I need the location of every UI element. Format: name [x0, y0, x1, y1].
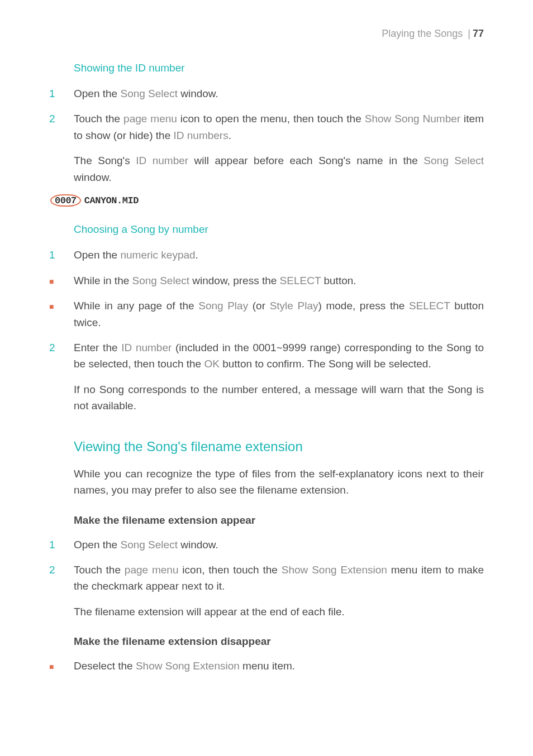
text: window.: [74, 171, 112, 183]
bullet-icon: ■: [49, 272, 74, 289]
text: window.: [178, 539, 218, 551]
term: Show Song Extension: [282, 564, 387, 576]
term: ID number: [121, 342, 172, 353]
text: ) mode, press the: [318, 300, 409, 312]
text: .: [196, 249, 198, 261]
text: button.: [321, 275, 356, 286]
list-number: 1: [49, 537, 74, 553]
list-item: ■ While in the Song Select window, press…: [49, 272, 484, 289]
term: page menu: [125, 564, 179, 576]
list-body: Deselect the Show Song Extension menu it…: [74, 658, 484, 674]
list-body: While in any page of the Song Play (or S…: [74, 298, 484, 331]
list-item: 2 Enter the ID number (included in the 0…: [49, 339, 484, 372]
term: ID numbers: [173, 130, 228, 141]
term: ID number: [136, 155, 188, 166]
text: button to confirm. The Song will be sele…: [220, 358, 431, 370]
text: The Song's: [74, 155, 136, 166]
paragraph: If no Song corresponds to the number ent…: [74, 381, 484, 414]
text: While in any page of the: [74, 300, 198, 312]
text: icon, then touch the: [178, 564, 281, 576]
heading-viewing-extension: Viewing the Song's filename extension: [74, 439, 484, 454]
list-body: Enter the ID number (included in the 000…: [74, 339, 484, 372]
list-item: 1 Open the numeric keypad.: [49, 247, 484, 263]
term: page menu: [123, 113, 177, 125]
text: menu item.: [240, 660, 295, 672]
term: Style Play: [270, 300, 318, 312]
section-name: Playing the Songs: [382, 28, 463, 39]
list-body: While in the Song Select window, press t…: [74, 272, 484, 289]
id-number-pill: 0007: [50, 194, 81, 207]
heading-showing-id: Showing the ID number: [74, 62, 484, 74]
term: Song Play: [198, 300, 248, 312]
heading-choosing-song: Choosing a Song by number: [74, 223, 484, 236]
text: Enter the: [74, 342, 121, 353]
term: Song Select: [132, 275, 189, 286]
term: Song Select: [120, 539, 177, 551]
text: icon to open the menu, then touch the: [177, 113, 365, 125]
paragraph: While you can recognize the type of file…: [74, 466, 484, 499]
term: OK: [204, 358, 219, 370]
song-id-example: 0007 CANYON.MID: [50, 194, 484, 207]
term: Show Song Number: [365, 113, 460, 125]
list-number: 2: [49, 339, 74, 372]
bullet-icon: ■: [49, 298, 74, 331]
list-item: 1 Open the Song Select window.: [49, 537, 484, 553]
list-body: Open the Song Select window.: [74, 85, 484, 102]
example-filename: CANYON.MID: [84, 195, 139, 206]
page-header: Playing the Songs |77: [49, 28, 484, 40]
list-item: ■ While in any page of the Song Play (or…: [49, 298, 484, 331]
sub-heading-appear: Make the filename extension appear: [74, 514, 484, 527]
text: Touch the: [74, 113, 123, 125]
text: While in the: [74, 275, 132, 286]
text: will appear before each Song's name in t…: [188, 155, 423, 166]
term: Song Select: [423, 155, 484, 166]
sub-heading-disappear: Make the filename extension disappear: [74, 635, 484, 648]
list-item: ■ Deselect the Show Song Extension menu …: [49, 658, 484, 674]
term: SELECT: [409, 300, 450, 312]
page-number: 77: [473, 28, 484, 39]
list-item: 2 Touch the page menu icon, then touch t…: [49, 562, 484, 595]
term: Show Song Extension: [136, 660, 240, 672]
header-divider: |: [468, 28, 470, 39]
text: (or: [248, 300, 269, 312]
list-body: Open the Song Select window.: [74, 537, 484, 553]
text: window.: [178, 88, 218, 99]
list-number: 1: [49, 85, 74, 102]
list-item: 1 Open the Song Select window.: [49, 85, 484, 102]
text: Open the: [74, 539, 120, 551]
list-number: 2: [49, 111, 74, 143]
list-body: Touch the page menu icon to open the men…: [74, 111, 484, 143]
text: Deselect the: [74, 660, 136, 672]
list-body: Open the numeric keypad.: [74, 247, 484, 263]
text: window, press the: [189, 275, 280, 286]
text: Open the: [74, 249, 120, 261]
list-number: 1: [49, 247, 74, 263]
list-item: 2 Touch the page menu icon to open the m…: [49, 111, 484, 143]
term: numeric keypad: [120, 249, 195, 261]
text: .: [229, 130, 231, 141]
bullet-icon: ■: [49, 658, 74, 674]
text: Touch the: [74, 564, 125, 576]
paragraph: The Song's ID number will appear before …: [74, 152, 484, 185]
list-body: Touch the page menu icon, then touch the…: [74, 562, 484, 595]
paragraph: The filename extension will appear at th…: [74, 604, 484, 620]
text: Open the: [74, 88, 120, 99]
term: SELECT: [280, 275, 321, 286]
list-number: 2: [49, 562, 74, 595]
term: Song Select: [120, 88, 177, 99]
